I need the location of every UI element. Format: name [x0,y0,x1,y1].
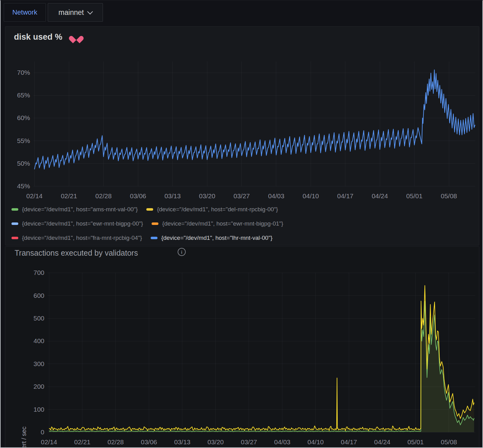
svg-text:02/21: 02/21 [74,438,91,446]
svg-text:60%: 60% [17,114,30,121]
svg-text:200: 200 [33,383,44,390]
y-axis-title-wrap: Cert / sec [13,330,25,374]
svg-text:600: 600 [33,292,44,299]
svg-text:0: 0 [41,428,44,436]
legend-item[interactable]: {device="/dev/md1", host="ewr-mnt-bigpg-… [11,220,143,227]
svg-text:05/08: 05/08 [441,438,457,446]
svg-text:04/03: 04/03 [268,192,285,199]
svg-text:50%: 50% [17,160,30,167]
legend-item[interactable]: {device="/dev/md1", host="fra-mnt-rpcbig… [11,235,142,241]
network-variable-dropdown[interactable]: mainnet [48,3,103,22]
legend-item[interactable]: {device="/dev/md1", host="ewr-mnt-bigpg-… [152,220,283,227]
svg-text:02/28: 02/28 [95,192,112,199]
network-variable-label: Network [4,3,46,22]
chevron-down-icon [87,9,93,14]
legend-item[interactable]: {device="/dev/md1", host="del-mnt-rpcbig… [146,206,278,213]
panel-disk-used: disk used % 02/1402/2102/2803/0603/1303/… [5,26,479,245]
svg-text:55%: 55% [17,137,30,144]
legend-series-swatch [152,222,158,225]
svg-text:100: 100 [33,406,44,413]
svg-text:45%: 45% [17,182,30,190]
legend-series-label: {device="/dev/md1", host="ewr-mnt-bigpg-… [22,220,143,227]
svg-text:03/27: 03/27 [241,438,257,446]
legend-series-swatch [11,208,18,211]
svg-text:04/24: 04/24 [374,438,391,446]
legend-row: {device="/dev/md1", host="ams-mnt-val-00… [11,202,283,217]
legend-row: {device="/dev/md1", host="ewr-mnt-bigpg-… [11,217,283,231]
svg-text:65%: 65% [17,92,30,99]
network-label-text: Network [12,8,38,16]
svg-text:04/17: 04/17 [337,192,353,199]
svg-text:04/10: 04/10 [308,438,324,446]
svg-text:03/20: 03/20 [199,192,215,199]
svg-text:02/28: 02/28 [108,438,124,446]
svg-text:02/14: 02/14 [41,438,57,446]
legend-item[interactable]: {device="/dev/md1", host="ams-mnt-val-00… [11,206,138,213]
svg-text:03/06: 03/06 [141,438,157,446]
legend-series-swatch [146,208,153,211]
network-value-text: mainnet [59,8,84,17]
svg-text:04/24: 04/24 [372,192,388,199]
svg-text:400: 400 [33,337,44,344]
y-axis-title: Cert / sec [20,418,28,448]
legend-series-swatch [11,222,18,225]
svg-text:03/13: 03/13 [164,192,181,199]
svg-text:05/08: 05/08 [441,192,457,199]
transactions-chart[interactable]: 02/1402/2102/2803/0603/1303/2003/2704/03… [5,247,480,448]
legend-series-label: {device="/dev/md1", host="lhr-mnt-val-00… [161,235,273,241]
legend-item[interactable]: {device="/dev/md1", host="lhr-mnt-val-00… [151,235,273,241]
svg-text:05/01: 05/01 [406,192,423,199]
legend-series-swatch [151,237,157,239]
svg-text:03/13: 03/13 [174,438,191,446]
svg-text:03/20: 03/20 [207,438,224,446]
svg-text:05/01: 05/01 [407,438,424,446]
svg-text:500: 500 [33,315,44,322]
svg-text:300: 300 [33,360,44,367]
svg-text:700: 700 [33,269,44,276]
svg-text:03/06: 03/06 [130,192,146,199]
panel-transactions: Transactions executed by validators i 02… [5,246,479,448]
legend-row: {device="/dev/md1", host="fra-mnt-rpcbig… [11,231,283,245]
svg-text:03/27: 03/27 [233,192,250,199]
grafana-dashboard: Network mainnet disk used % 02/1402/2102… [0,0,483,448]
svg-text:04/17: 04/17 [341,438,357,446]
legend-series-label: {device="/dev/md1", host="ams-mnt-val-00… [22,206,138,213]
legend-series-label: {device="/dev/md1", host="fra-mnt-rpcbig… [22,235,142,241]
legend-series-swatch [11,237,18,239]
svg-text:70%: 70% [17,69,30,76]
legend-series-label: {device="/dev/md1", host="ewr-mnt-bigpg-… [162,220,283,227]
svg-text:04/03: 04/03 [274,438,290,446]
legend-series-label: {device="/dev/md1", host="del-mnt-rpcbig… [157,206,278,213]
svg-text:04/10: 04/10 [303,192,319,199]
disk-legend: {device="/dev/md1", host="ams-mnt-val-00… [11,202,283,245]
svg-text:02/14: 02/14 [26,192,43,199]
svg-text:02/21: 02/21 [61,192,77,199]
